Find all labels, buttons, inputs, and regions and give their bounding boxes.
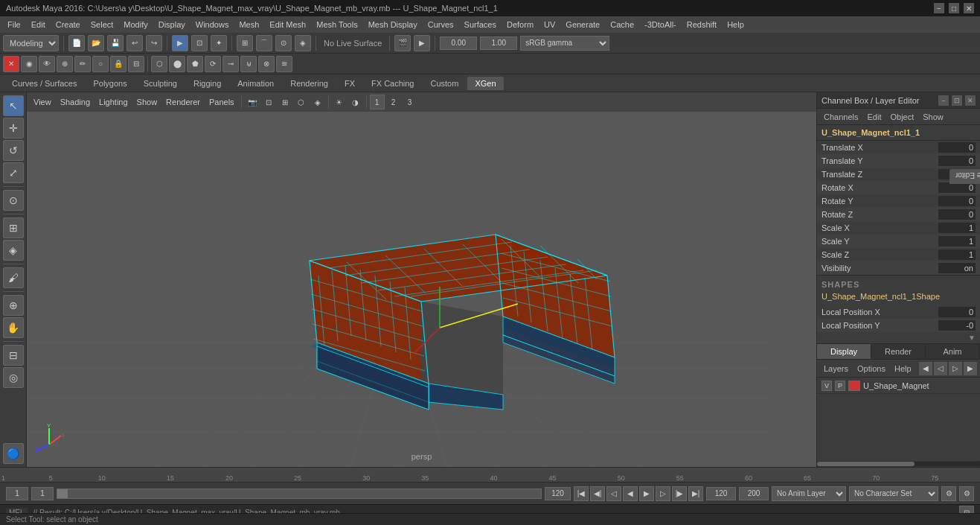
menu-edit-mesh[interactable]: Edit Mesh (265, 19, 310, 31)
menu-windows[interactable]: Windows (191, 19, 234, 31)
scrollbar-thumb[interactable] (817, 462, 915, 466)
polygon-tool[interactable]: ⬡ (151, 56, 167, 72)
snap-settings-btn[interactable]: ⊟ (3, 345, 24, 366)
new-file-button[interactable]: 📄 (68, 35, 85, 51)
tab-xgen[interactable]: XGen (467, 77, 503, 90)
minimize-button[interactable]: − (934, 3, 944, 13)
channel-translate-x[interactable]: Translate X 0 (817, 141, 980, 154)
timeline[interactable]: 1 5 10 15 20 25 30 35 40 45 50 55 60 65 … (0, 467, 980, 482)
cb-tab-render[interactable]: Render (871, 344, 926, 359)
menu-select[interactable]: Select (86, 19, 118, 31)
layer-icon-4[interactable]: ▶ (964, 362, 977, 375)
vp-wireframe-btn[interactable]: ⬡ (294, 95, 309, 109)
channel-value-vis[interactable]: on (938, 263, 976, 273)
anim-range-start[interactable] (706, 487, 736, 500)
vp-reso-1[interactable]: 1 (370, 95, 385, 109)
layer-icon-1[interactable]: ◀ (919, 362, 932, 375)
cb-tab-display[interactable]: Display (817, 344, 871, 359)
scale-tool[interactable]: ⤢ (3, 162, 24, 183)
menu-deform[interactable]: Deform (502, 19, 538, 31)
soft-modify-tool[interactable]: ⊙ (3, 190, 24, 211)
lasso-select-button[interactable]: ⊡ (191, 35, 208, 51)
scale-input[interactable] (480, 36, 517, 50)
select-tool-sidebar[interactable]: ↖ (3, 95, 24, 116)
lock-tool[interactable]: 🔒 (110, 56, 126, 72)
loop-tool[interactable]: ⟳ (205, 56, 221, 72)
channel-visibility[interactable]: Visibility on (817, 261, 980, 275)
layer-icon-2[interactable]: ◁ (934, 362, 947, 375)
layer-icon-3[interactable]: ▷ (949, 362, 962, 375)
channel-translate-y[interactable]: Translate Y 0 (817, 154, 980, 168)
vp-menu-renderer[interactable]: Renderer (162, 96, 204, 108)
tab-rigging[interactable]: Rigging (186, 77, 228, 90)
rotate-tool[interactable]: ↺ (3, 140, 24, 161)
display-mode-btn[interactable]: ⊞ (3, 217, 24, 238)
open-file-button[interactable]: 📂 (88, 35, 104, 51)
edit-tool[interactable]: ✏ (74, 56, 91, 72)
next-frame-btn[interactable]: ▷ (656, 486, 670, 501)
tab-curves-surfaces[interactable]: Curves / Surfaces (4, 77, 84, 90)
cb-minimize-btn[interactable]: − (938, 95, 949, 106)
vp-light-btn[interactable]: ☀ (332, 95, 347, 109)
channel-value-ty[interactable]: 0 (938, 156, 976, 166)
cb-menu-show[interactable]: Show (919, 111, 947, 123)
tab-polygons[interactable]: Polygons (86, 77, 134, 90)
channel-local-pos-x[interactable]: Local Position X 0 (817, 305, 980, 319)
char-settings-btn[interactable]: ⚙ (959, 486, 974, 501)
ipr-render-button[interactable]: ▶ (414, 35, 430, 51)
playback-end-input[interactable] (545, 487, 571, 500)
snap-point-button[interactable]: ⊙ (275, 35, 292, 51)
layer-vis-toggle[interactable]: V (822, 381, 832, 391)
menu-cache[interactable]: Cache (606, 19, 638, 31)
extrude-tool[interactable]: ⬤ (169, 56, 185, 72)
isolate-select-btn[interactable]: ◈ (3, 240, 24, 261)
menu-edit[interactable]: Edit (27, 19, 50, 31)
channel-value-rx[interactable]: 0 (938, 182, 976, 193)
undo-button[interactable]: ↩ (126, 35, 143, 51)
paint-select-button[interactable]: ✦ (211, 35, 227, 51)
eye-tool[interactable]: 👁 (39, 56, 55, 72)
merge-tool[interactable]: ⊎ (240, 56, 257, 72)
menu-mesh-display[interactable]: Mesh Display (364, 19, 422, 31)
vp-camera-btn[interactable]: 📷 (245, 95, 260, 109)
vp-menu-shading[interactable]: Shading (57, 96, 94, 108)
save-file-button[interactable]: 💾 (107, 35, 124, 51)
menu-uv[interactable]: UV (539, 19, 560, 31)
tab-custom[interactable]: Custom (423, 77, 467, 90)
menu-modify[interactable]: Modify (119, 19, 152, 31)
circle2-tool[interactable]: ○ (92, 56, 109, 72)
channel-value-sx[interactable]: 1 (938, 223, 976, 233)
anim-range-end[interactable] (739, 487, 769, 500)
snap-grid-button[interactable]: ⊞ (237, 35, 253, 51)
workspace-selector[interactable]: Modeling (3, 35, 59, 51)
menu-curves[interactable]: Curves (423, 19, 458, 31)
play-back-btn[interactable]: ◀ (623, 486, 638, 501)
select-tool-button[interactable]: ▶ (172, 35, 188, 51)
range-start-input[interactable] (31, 487, 54, 500)
channel-value-rz[interactable]: 0 (938, 209, 976, 220)
color-mode-select[interactable]: sRGB gamma (520, 36, 609, 51)
cb-menu-edit[interactable]: Edit (863, 111, 885, 123)
cb-menu-channels[interactable]: Channels (820, 111, 862, 123)
layers-menu-help[interactable]: Help (891, 363, 915, 375)
close-button[interactable]: ✕ (964, 3, 974, 13)
menu-3dtoall[interactable]: -3DtoAll- (640, 19, 681, 31)
jump-start-btn[interactable]: |◀ (574, 486, 589, 501)
layers-menu-layers[interactable]: Layers (820, 363, 852, 375)
move-tool[interactable]: ✛ (3, 118, 24, 139)
vp-reso-3[interactable]: 3 (403, 95, 417, 109)
maximize-button[interactable]: □ (949, 3, 959, 13)
paint-tool[interactable]: 🖌 (3, 267, 24, 288)
play-fwd-btn[interactable]: ▶ (639, 486, 654, 501)
vp-frame-btn[interactable]: ⊡ (261, 95, 276, 109)
cb-menu-object[interactable]: Object (886, 111, 917, 123)
jump-end-btn[interactable]: ▶| (688, 486, 703, 501)
snap-curve-button[interactable]: ⌒ (256, 35, 272, 51)
layers-tool[interactable]: ⊟ (128, 56, 144, 72)
cb-tab-anim[interactable]: Anim (926, 344, 980, 359)
channel-scale-x[interactable]: Scale X 1 (817, 221, 980, 235)
smooth-tool[interactable]: ≋ (276, 56, 292, 72)
bottom-tool-1[interactable]: 🔵 (3, 443, 24, 464)
menu-mesh[interactable]: Mesh (234, 19, 263, 31)
weld-tool[interactable]: ⊗ (258, 56, 275, 72)
